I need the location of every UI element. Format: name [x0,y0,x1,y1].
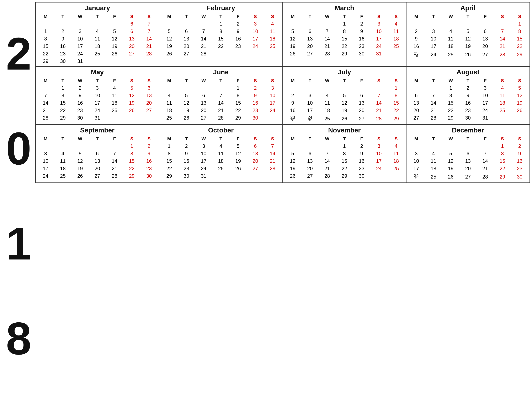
day-header-s-6: S [140,13,158,20]
month-title-july: July [284,67,405,77]
day-cell [425,20,442,28]
day-header-w-2: W [319,13,336,20]
day-cell: 9 [353,28,370,35]
day-cell: 2 [229,20,247,28]
day-cell: 7 [195,28,212,35]
day-cell: 28 [425,114,442,122]
day-cell: 13 [477,35,494,42]
day-cell: 28 [319,172,336,180]
day-cell [247,50,264,57]
month-block-august: AugustMTWTFSS123456789101112131415161718… [406,67,530,125]
day-header-f-4: F [106,77,123,84]
day-cell [477,142,494,150]
day-cell: 6 [123,28,140,35]
month-title-january: January [37,3,158,13]
day-header-s-6: S [511,135,528,142]
day-header-m-0: M [37,135,54,142]
day-cell: 10 [264,92,281,99]
day-cell: 12 [459,35,477,42]
month-table-november: MTWTFSS123456789101112131415161718192021… [284,135,405,180]
day-cell: 9 [408,35,425,42]
day-cell: 23 [247,107,264,114]
day-cell: 4 [89,28,106,35]
day-cell: 13 [195,99,212,107]
day-cell: 7 [106,150,123,157]
day-cell: 22 [388,107,405,114]
day-cell: 30 [71,114,89,122]
day-cell: 25 [425,172,442,181]
day-cell: 7 [264,142,281,150]
day-cell: 1 [161,142,178,150]
day-header-m-0: M [161,135,178,142]
day-cell: 18 [264,35,281,42]
day-cell: 8 [336,150,353,157]
day-cell: 5 [106,28,123,35]
day-cell: 5 [511,84,528,92]
year-digit-1: 1 [6,221,31,267]
day-cell: 21 [477,165,494,172]
month-title-june: June [161,67,281,77]
dual-date-cell: 2431 [308,115,312,122]
day-cell: 1 [442,84,459,92]
day-cell: 5 [229,142,247,150]
day-cell: 6 [459,150,477,157]
day-cell: 30 [54,57,71,65]
day-cell: 18 [319,107,336,114]
day-cell: 16 [353,35,370,42]
day-cell: 15 [54,99,71,107]
day-cell: 20 [353,107,370,114]
day-header-m-0: M [37,13,54,20]
day-cell: 13 [140,92,158,99]
day-cell: 25 [89,50,106,57]
day-cell: 6 [477,28,494,35]
day-cell: 14 [195,35,212,42]
day-cell [106,20,123,28]
day-cell [301,84,319,92]
day-cell: 27 [301,50,319,57]
day-cell: 31 [71,57,89,65]
day-cell: 19 [511,99,528,107]
day-cell: 12 [71,157,89,165]
month-block-october: OctoberMTWTFSS12345678910111213141516171… [160,125,283,183]
day-header-f-4: F [229,13,247,20]
day-cell [37,20,54,28]
month-table-december: MTWTFSS123456789101112131415161718192021… [408,135,528,181]
day-cell: 1 [494,142,511,150]
day-cell: 29 [161,172,178,180]
day-cell: 27 [408,114,425,122]
day-header-t-3: T [336,135,353,142]
day-cell: 26 [442,172,459,181]
day-cell: 8 [212,28,229,35]
day-cell: 14 [37,99,54,107]
day-cell: 15 [336,35,353,42]
day-cell [442,20,459,28]
day-cell: 20 [195,107,212,114]
day-cell: 1 [123,142,140,150]
day-cell: 24 [89,107,106,114]
day-header-w-2: W [319,77,336,84]
day-cell: 19 [123,99,140,107]
dual-date-cell: 2431 [414,173,419,180]
day-cell: 27 [195,114,212,122]
day-cell: 27 [89,172,106,180]
day-cell: 10 [477,92,494,99]
month-title-february: February [161,3,281,13]
day-cell: 1 [229,84,247,92]
day-header-s-5: S [370,135,388,142]
day-cell: 6 [123,20,140,28]
day-cell: 8 [123,150,140,157]
day-cell: 2 [511,142,528,150]
day-cell: 18 [54,165,71,172]
day-cell: 10 [71,35,89,42]
day-cell: 4 [264,20,281,28]
day-cell: 2330 [284,114,301,123]
day-cell: 26 [178,114,195,122]
day-cell: 4 [319,92,336,99]
day-cell: 8 [54,92,71,99]
day-cell: 15 [388,99,405,107]
day-cell: 18 [442,42,459,50]
dual-date-cell: 2330 [290,115,295,122]
day-cell: 19 [71,165,89,172]
day-cell: 11 [264,28,281,35]
day-header-w-2: W [195,77,212,84]
